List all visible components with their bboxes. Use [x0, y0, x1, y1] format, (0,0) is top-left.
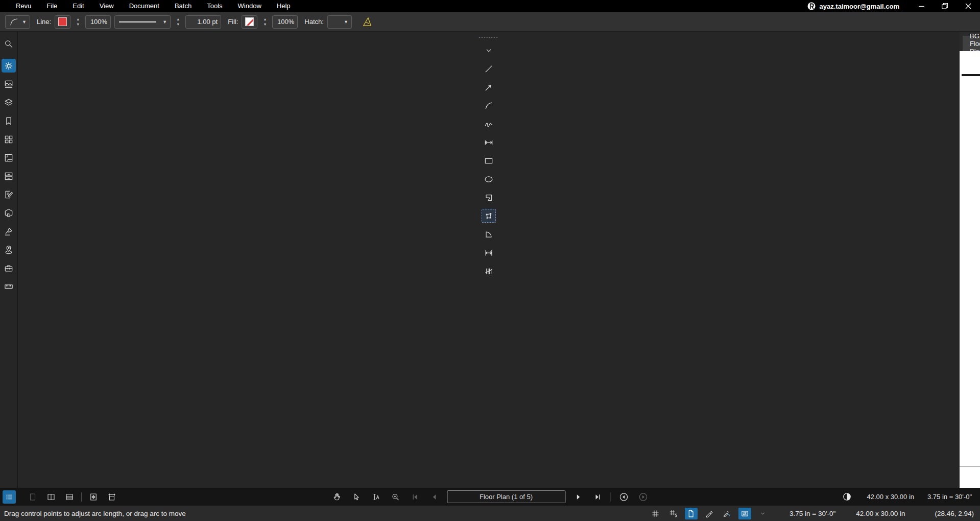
restore-button[interactable]	[933, 0, 957, 12]
first-page-button[interactable]	[408, 490, 421, 504]
arrow-tool-button[interactable]	[482, 80, 496, 94]
document-pencil-icon	[4, 190, 14, 200]
snap-to-markup-button[interactable]	[685, 508, 698, 519]
closed-arc-tool-button[interactable]	[482, 227, 496, 241]
pen-snap-icon	[705, 509, 713, 518]
bookmarks-panel-button[interactable]	[2, 114, 16, 128]
protractor-button[interactable]	[361, 15, 374, 29]
minimize-button[interactable]	[910, 0, 933, 12]
next-view-button[interactable]	[636, 490, 650, 504]
search-panel-button[interactable]	[2, 37, 16, 51]
close-button[interactable]	[957, 0, 980, 12]
line-tool-button[interactable]	[482, 62, 496, 76]
layers-icon	[4, 98, 14, 108]
rectangle-tool-button[interactable]	[482, 154, 496, 168]
fit-width-button[interactable]	[105, 490, 118, 504]
menu-window[interactable]: Window	[230, 0, 269, 12]
chevron-down-icon: ▼	[162, 19, 167, 25]
previous-view-button[interactable]	[617, 490, 630, 504]
polyline-tool-button[interactable]	[482, 117, 496, 131]
signatures-panel-button[interactable]	[2, 224, 16, 238]
next-icon	[574, 493, 582, 501]
single-page-view-button[interactable]	[26, 490, 39, 504]
sketch-tools-button[interactable]	[721, 508, 733, 519]
zoom-button[interactable]	[389, 490, 402, 504]
file-access-panel-button[interactable]	[2, 169, 16, 183]
length-tool-button[interactable]	[482, 135, 496, 149]
snap-options-chevron[interactable]	[756, 508, 769, 519]
menu-file[interactable]: File	[39, 0, 65, 12]
snap-to-grid-button[interactable]	[649, 508, 662, 519]
arc-icon	[484, 101, 494, 111]
fit-page-button[interactable]	[87, 490, 100, 504]
previous-view-icon	[618, 492, 629, 502]
menu-help[interactable]: Help	[269, 0, 298, 12]
next-page-button[interactable]	[571, 490, 585, 504]
hatch-dropdown[interactable]: ▼	[327, 15, 352, 29]
collapse-panel-button[interactable]	[482, 43, 496, 57]
status-message: Drag control points to adjust arc length…	[0, 510, 186, 517]
split-columns-icon	[46, 492, 56, 502]
menu-edit[interactable]: Edit	[65, 0, 91, 12]
fill-opacity-field[interactable]: 100%	[272, 15, 298, 29]
polygon-tool-button[interactable]	[482, 191, 496, 204]
fill-color-button[interactable]	[242, 15, 257, 29]
toolbar-grip[interactable]: ••••••••	[479, 36, 498, 39]
menu-revu[interactable]: Revu	[8, 0, 39, 12]
split-horizontal-button[interactable]	[63, 490, 76, 504]
line-style-dropdown[interactable]: ▼	[114, 15, 171, 29]
line-opacity-stepper[interactable]: ▲▼	[74, 15, 82, 29]
statusbar-page-size: 42.00 x 30.00 in	[856, 510, 905, 517]
last-page-button[interactable]	[591, 490, 604, 504]
pan-button[interactable]	[330, 490, 344, 504]
model-3d-panel-button[interactable]	[2, 206, 16, 220]
fit-page-icon	[89, 492, 98, 502]
select-button[interactable]	[350, 490, 363, 504]
tab-bar: BG Floor Plan* ✕	[960, 32, 980, 51]
skip-first-icon	[411, 493, 419, 501]
markup-list-toggle-button[interactable]	[3, 490, 16, 504]
markups-list-panel-button[interactable]	[2, 187, 16, 201]
ellipse-tool-button[interactable]	[482, 172, 496, 186]
spaces-panel-button[interactable]	[2, 151, 16, 164]
menu-tools[interactable]: Tools	[199, 0, 230, 12]
previous-page-button[interactable]	[427, 490, 441, 504]
document-canvas[interactable]: 9 8 7 6 5 4 3 180° 05 06 07 08 09 270'-0…	[960, 51, 980, 488]
fill-color-swatch	[245, 17, 254, 26]
select-text-button[interactable]	[369, 490, 383, 504]
split-rows-icon	[65, 492, 74, 502]
line-width-field[interactable]: 1.00 pt	[185, 15, 221, 29]
edit-nodes-icon	[484, 211, 494, 221]
menu-view[interactable]: View	[92, 0, 122, 12]
thumbnails-panel-button[interactable]	[2, 77, 16, 91]
line-opacity-field[interactable]: 100%	[85, 15, 111, 29]
properties-panel-button[interactable]	[2, 59, 16, 73]
snap-to-content-button[interactable]	[667, 508, 680, 519]
dark-mode-toggle-button[interactable]	[841, 490, 854, 504]
count-tool-button[interactable]	[482, 264, 496, 278]
fit-width-icon	[107, 492, 116, 502]
tool-chest-panel-button[interactable]	[2, 261, 16, 275]
sync-views-button[interactable]	[738, 508, 751, 519]
places-panel-button[interactable]	[2, 243, 16, 256]
spacing-tool-button[interactable]	[482, 246, 496, 259]
layers-panel-button[interactable]	[2, 96, 16, 109]
sets-panel-button[interactable]	[2, 132, 16, 146]
polygon-edit-tool-button[interactable]	[482, 209, 496, 223]
polygon-icon	[484, 193, 494, 203]
markup-snap-button[interactable]	[703, 508, 715, 519]
line-width-stepper[interactable]: ▲▼	[174, 15, 182, 29]
split-vertical-button[interactable]	[44, 490, 58, 504]
menu-document[interactable]: Document	[122, 0, 167, 12]
tab-bg-floor-plan[interactable]: BG Floor Plan* ✕	[963, 36, 980, 51]
grid-tiles-icon	[4, 134, 14, 145]
line-color-button[interactable]	[55, 15, 70, 29]
arc-tool-button[interactable]	[482, 99, 496, 112]
menu-batch[interactable]: Batch	[167, 0, 199, 12]
floorplan-icon	[4, 153, 14, 163]
fill-opacity-stepper[interactable]: ▲▼	[261, 15, 269, 29]
measurements-panel-button[interactable]	[2, 279, 16, 293]
account-button[interactable]: ayaz.taimoor@gmail.com	[807, 2, 899, 11]
page-navigation-field[interactable]: Floor Plan (1 of 5)	[447, 490, 565, 503]
shape-style-dropdown[interactable]: ▼	[5, 15, 30, 29]
